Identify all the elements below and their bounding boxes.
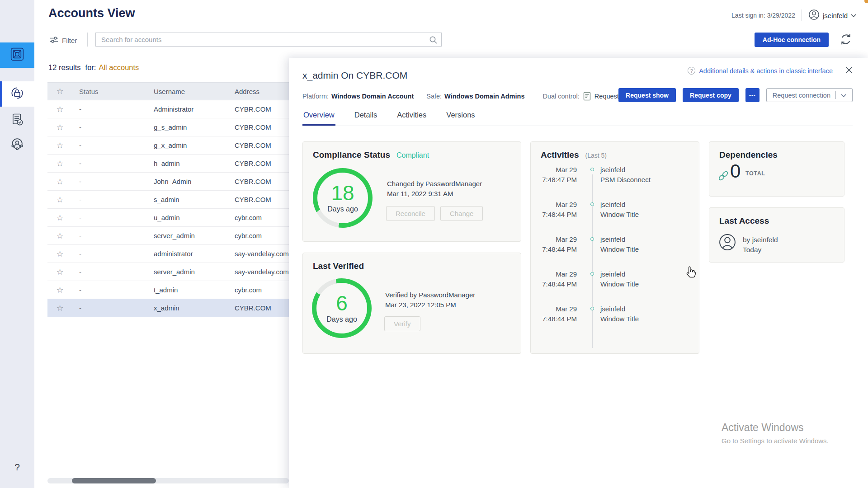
cell-username: x_admin [151, 304, 228, 312]
results-summary: 12 resultsfor:All accounts [48, 63, 139, 72]
favorite-star-icon[interactable]: ☆ [47, 178, 72, 186]
table-row[interactable]: ☆-administratorsay-vandelay.com [47, 245, 289, 263]
cell-status: - [72, 286, 151, 294]
classic-interface-link[interactable]: ? Additional details & actions in classi… [688, 67, 833, 75]
dual-control-doc-icon [583, 92, 591, 101]
favorite-star-icon[interactable]: ☆ [47, 232, 72, 240]
compliance-card-title: Compliance Status [313, 150, 390, 160]
table-row[interactable]: ☆-s_adminCYBR.COM [47, 191, 289, 209]
watermark-line1: Activate Windows [722, 422, 829, 434]
user-name: jseinfeld [823, 12, 848, 19]
cell-status: - [72, 105, 151, 113]
timeline-node-icon [590, 237, 594, 241]
table-row[interactable]: ☆-John_AdminCYBR.COM [47, 173, 289, 191]
scrollbar-thumb[interactable] [72, 478, 156, 483]
tab-details[interactable]: Details [354, 111, 378, 126]
sidebar-item-users[interactable] [0, 132, 34, 157]
activity-time: 7:48:44 PM [531, 245, 577, 253]
reconcile-button[interactable]: Reconcile [386, 206, 435, 221]
compliance-status-card: Compliance Status Compliant 18 Days ago … [302, 141, 521, 242]
compliance-days-label: Days ago [327, 205, 358, 213]
divider [835, 91, 836, 99]
sidebar-item-accounts[interactable] [0, 81, 34, 107]
cell-address: CYBR.COM [228, 196, 289, 203]
timeline-node-icon [590, 202, 594, 206]
last-access-card: Last Access by jseinfeld Today [709, 207, 844, 263]
favorite-star-icon[interactable]: ☆ [47, 141, 72, 150]
tab-activities[interactable]: Activities [396, 111, 427, 126]
cell-address: CYBR.COM [228, 123, 289, 131]
refresh-button[interactable] [838, 33, 854, 47]
column-username[interactable]: Username [151, 88, 228, 95]
filter-label: Filter [62, 37, 77, 44]
verified-days-ring: 6 Days ago [312, 278, 372, 338]
filter-button[interactable]: Filter [50, 33, 77, 47]
horizontal-scrollbar[interactable] [47, 478, 289, 483]
favorite-star-icon[interactable]: ☆ [47, 268, 72, 276]
favorite-star-icon[interactable]: ☆ [47, 123, 72, 131]
table-row[interactable]: ☆-AdministratorCYBR.COM [47, 100, 289, 118]
table-row[interactable]: ☆-g_s_adminCYBR.COM [47, 118, 289, 136]
verify-button[interactable]: Verify [384, 316, 420, 331]
cell-username: g_x_admin [151, 141, 228, 149]
column-status[interactable]: Status [72, 88, 151, 95]
favorite-star-icon[interactable]: ☆ [47, 286, 72, 294]
cell-username: s_admin [151, 196, 228, 203]
activate-windows-watermark: Activate Windows Go to Settings to activ… [722, 422, 829, 445]
search-input[interactable] [96, 33, 441, 46]
account-meta: Platform: Windows Domain Account Safe: W… [302, 92, 619, 101]
sidebar-item-policies[interactable] [0, 108, 34, 133]
sidebar-item-vault[interactable] [0, 42, 34, 68]
table-row[interactable]: ☆-h_adminCYBR.COM [47, 155, 289, 173]
favorite-star-icon[interactable]: ☆ [47, 214, 72, 222]
request-show-button[interactable]: Request show [618, 88, 676, 102]
verified-days-label: Days ago [326, 315, 357, 324]
cell-username: t_admin [151, 286, 228, 294]
document-check-icon [8, 111, 26, 131]
user-menu[interactable]: jseinfeld [808, 9, 856, 22]
activity-time: 7:48:47 PM [531, 176, 577, 183]
favorite-star-icon[interactable]: ☆ [47, 304, 72, 312]
question-circle-icon: ? [688, 67, 695, 75]
safe-label: Safe: [426, 93, 442, 100]
activity-event: Window Title [600, 280, 639, 288]
table-row[interactable]: ☆-x_adminCYBR.COM [47, 299, 289, 317]
platform-value: Windows Domain Account [331, 93, 414, 100]
cell-address: say-vandelay.com [228, 268, 289, 276]
sidebar: ? [0, 0, 34, 488]
activity-user: jseinfeld [600, 201, 625, 208]
verified-by: Verified by PasswordManager [385, 291, 475, 299]
favorite-star-icon[interactable]: ☆ [47, 250, 72, 258]
activity-user: jseinfeld [600, 166, 625, 174]
request-copy-button[interactable]: Request copy [683, 88, 739, 102]
table-row[interactable]: ☆-t_admincybr.com [47, 281, 289, 299]
column-address[interactable]: Address [228, 88, 289, 95]
cell-status: - [72, 250, 151, 258]
tab-versions[interactable]: Versions [445, 111, 476, 126]
request-connection-button[interactable]: Request connection [766, 88, 853, 102]
filter-sliders-icon [50, 36, 58, 45]
favorite-star-icon[interactable]: ☆ [47, 196, 72, 204]
table-row[interactable]: ☆-server_adminsay-vandelay.com [47, 263, 289, 281]
search-icon[interactable] [429, 36, 438, 46]
request-connection-label: Request connection [773, 92, 830, 99]
table-row[interactable]: ☆-server_admincybr.com [47, 227, 289, 245]
timeline-node-icon [590, 168, 594, 171]
activity-user: jseinfeld [600, 270, 625, 278]
favorite-star-icon[interactable]: ☆ [47, 105, 72, 113]
tab-overview[interactable]: Overview [302, 111, 335, 126]
more-actions-button[interactable]: ••• [745, 88, 760, 102]
activities-subtitle: (Last 5) [585, 152, 606, 159]
help-button[interactable]: ? [0, 462, 34, 473]
timeline-node-icon [590, 272, 594, 276]
compliance-status-badge: Compliant [396, 151, 429, 160]
table-row[interactable]: ☆-g_x_adminCYBR.COM [47, 136, 289, 155]
adhoc-connection-button[interactable]: Ad-Hoc connection [755, 33, 829, 47]
favorite-star-icon[interactable]: ☆ [47, 160, 72, 168]
chevron-down-icon[interactable] [841, 92, 846, 99]
user-avatar-icon [808, 9, 820, 22]
favorite-star-header-icon[interactable]: ☆ [47, 87, 72, 95]
table-row[interactable]: ☆-u_admincybr.com [47, 209, 289, 227]
close-panel-button[interactable] [844, 66, 854, 76]
change-button[interactable]: Change [440, 206, 483, 221]
